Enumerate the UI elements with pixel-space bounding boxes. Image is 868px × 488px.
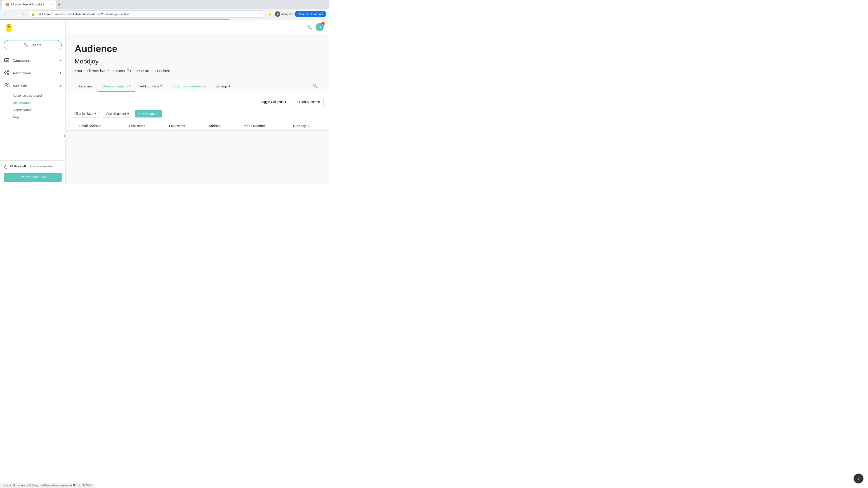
tab-close-icon[interactable]: ✕ bbox=[50, 3, 53, 6]
main-inner: Audience Moodjoy Your audience has 8 con… bbox=[66, 34, 329, 92]
svg-point-7 bbox=[7, 70, 9, 72]
view-segment-label: View Segment bbox=[105, 112, 126, 116]
trial-text: 89 days left to access a free trial. bbox=[10, 164, 54, 168]
nav-actions: ⚡ 🕵 Incognito Relaunch to update bbox=[267, 11, 327, 18]
back-button[interactable]: ← bbox=[3, 11, 9, 18]
sidebar-sub-item-signup-forms[interactable]: Signup forms bbox=[0, 106, 65, 113]
view-segment-button[interactable]: View Segment ▾ bbox=[102, 110, 132, 118]
new-tab-button[interactable]: + bbox=[56, 1, 62, 8]
export-audience-button[interactable]: Export Audience bbox=[293, 98, 324, 106]
sidebar-scroll: ✏️ Create Campaigns ▼ bbox=[0, 20, 65, 160]
table-col-last-name: Last Name bbox=[165, 121, 205, 131]
search-icon[interactable]: 🔍 bbox=[306, 24, 312, 30]
new-segment-button[interactable]: New Segment bbox=[135, 110, 162, 118]
reload-button[interactable]: ✕ bbox=[20, 11, 27, 18]
create-section: ✏️ Create bbox=[0, 36, 65, 54]
select-all-checkbox[interactable] bbox=[69, 124, 72, 127]
settings-label: Settings bbox=[215, 84, 228, 88]
toggle-columns-chevron-icon: ▾ bbox=[285, 100, 286, 104]
campaigns-label: Campaigns bbox=[13, 59, 59, 62]
sidebar-sub-item-all-contacts[interactable]: All contacts bbox=[0, 99, 65, 106]
tab-title: All subscribers of Moodjoy | Ma… bbox=[11, 3, 48, 6]
nav-bar: ← → ✕ 🔒 us21.admin.mailchimp.com/lists/m… bbox=[0, 9, 329, 19]
active-tab[interactable]: All subscribers of Moodjoy | Ma… ✕ bbox=[2, 0, 56, 8]
clock-icon: ⏱ bbox=[4, 165, 8, 170]
campaigns-chevron-icon: ▼ bbox=[59, 59, 62, 62]
start-trial-button[interactable]: Start your free trial bbox=[4, 173, 62, 182]
tab-favicon bbox=[5, 3, 9, 6]
phone-col-label: Phone Number bbox=[243, 124, 265, 128]
freddie-logo-svg bbox=[4, 24, 13, 33]
url-bar[interactable]: 🔒 us21.admin.mailchimp.com/lists/members… bbox=[29, 10, 265, 18]
manage-contacts-tab-content: Manage contacts ▾ bbox=[102, 84, 131, 88]
table-search-icon[interactable]: 🔍 bbox=[311, 80, 320, 92]
address-col-label: Address bbox=[209, 124, 221, 128]
tab-manage-contacts[interactable]: Manage contacts ▾ bbox=[98, 81, 135, 92]
birthday-sort-icon[interactable]: ↓ bbox=[308, 125, 309, 128]
sidebar: ✏️ Create Campaigns ▼ bbox=[0, 20, 66, 184]
browser-chrome: All subscribers of Moodjoy | Ma… ✕ + ← →… bbox=[0, 0, 329, 20]
sidebar-toggle-button[interactable] bbox=[63, 132, 66, 140]
mailchimp-logo bbox=[4, 23, 14, 33]
add-contacts-label: Add contacts bbox=[140, 84, 160, 88]
app: ✏️ Create Campaigns ▼ bbox=[0, 20, 329, 184]
last-name-col-label: Last Name bbox=[169, 124, 185, 128]
url-text: us21.admin.mailchimp.com/lists/members/#… bbox=[37, 12, 257, 16]
svg-line-9 bbox=[6, 71, 7, 72]
automations-icon bbox=[4, 69, 11, 76]
toggle-columns-label: Toggle Columns bbox=[261, 100, 283, 104]
tab-subscriber-preferences[interactable]: Subscriber preferences bbox=[166, 81, 211, 92]
tab-add-contacts[interactable]: Add contacts ▾ bbox=[135, 81, 167, 92]
trial-days-left: 89 days left bbox=[10, 164, 26, 168]
svg-point-2 bbox=[7, 25, 11, 29]
svg-rect-13 bbox=[64, 135, 65, 137]
avatar[interactable]: S 1 bbox=[315, 23, 324, 31]
description-suffix: of these are subscribers. bbox=[129, 69, 172, 73]
relaunch-button[interactable]: Relaunch to update bbox=[294, 11, 327, 17]
toggle-columns-button[interactable]: Toggle Columns ▾ bbox=[257, 98, 290, 106]
contacts-table-wrapper: Email Address First Name Last Name Addre… bbox=[66, 121, 329, 131]
table-col-first-name: First Name bbox=[125, 121, 165, 131]
table-col-email: Email Address bbox=[76, 121, 125, 131]
content-area: Toggle Columns ▾ Export Audience Filter … bbox=[66, 92, 329, 131]
add-contacts-tab-content: Add contacts ▾ bbox=[140, 84, 162, 88]
trial-info: ⏱ 89 days left to access a free trial. bbox=[4, 164, 62, 170]
description-middle: contacts. bbox=[110, 69, 127, 73]
contacts-count: 8 bbox=[107, 69, 110, 73]
svg-point-12 bbox=[7, 84, 9, 85]
table-col-checkbox bbox=[66, 121, 76, 131]
sidebar-item-campaigns[interactable]: Campaigns ▼ bbox=[0, 54, 65, 67]
table-header: Email Address First Name Last Name Addre… bbox=[66, 121, 329, 131]
trial-description: to access a free trial. bbox=[26, 164, 54, 168]
sidebar-item-automations[interactable]: Automations ▼ bbox=[0, 67, 65, 79]
tab-overview[interactable]: Overview bbox=[74, 81, 98, 92]
filter-by-tags-button[interactable]: Filter by Tags ▾ bbox=[71, 110, 99, 118]
tab-settings[interactable]: Settings ▾ bbox=[211, 81, 235, 92]
incognito-icon: 🕵 bbox=[275, 11, 280, 17]
forward-button[interactable]: → bbox=[11, 11, 18, 18]
description-prefix: Your audience has bbox=[74, 69, 107, 73]
lock-icon: 🔒 bbox=[31, 12, 35, 16]
svg-rect-5 bbox=[4, 59, 9, 62]
table-col-birthday: Birthday ↓ bbox=[289, 121, 329, 131]
incognito-label: Incognito bbox=[281, 12, 293, 16]
loading-bar bbox=[0, 19, 230, 20]
automations-chevron-icon: ▼ bbox=[59, 71, 62, 74]
pencil-icon: ✏️ bbox=[24, 43, 29, 48]
sidebar-item-audience[interactable]: Audience ▲ bbox=[0, 79, 65, 92]
subscribers-count: 7 bbox=[127, 69, 129, 73]
tab-bar: All subscribers of Moodjoy | Ma… ✕ + bbox=[0, 0, 329, 9]
automations-label: Automations bbox=[13, 71, 59, 75]
svg-point-4 bbox=[9, 26, 10, 27]
svg-point-6 bbox=[4, 72, 6, 73]
sidebar-sub-item-tags[interactable]: Tags bbox=[0, 113, 65, 121]
table-header-row: Email Address First Name Last Name Addre… bbox=[66, 121, 329, 131]
header-right: 🔍 S 1 bbox=[306, 23, 324, 31]
sidebar-sub-item-audience-dashboard[interactable]: Audience dashboard bbox=[0, 92, 65, 99]
create-label: Create bbox=[31, 43, 41, 47]
bookmark-icon[interactable]: ☆ bbox=[259, 12, 262, 16]
birthday-col-label: Birthday bbox=[293, 124, 306, 128]
extensions-button[interactable]: ⚡ bbox=[267, 11, 274, 18]
create-button[interactable]: ✏️ Create bbox=[4, 40, 62, 51]
svg-point-11 bbox=[5, 84, 7, 85]
